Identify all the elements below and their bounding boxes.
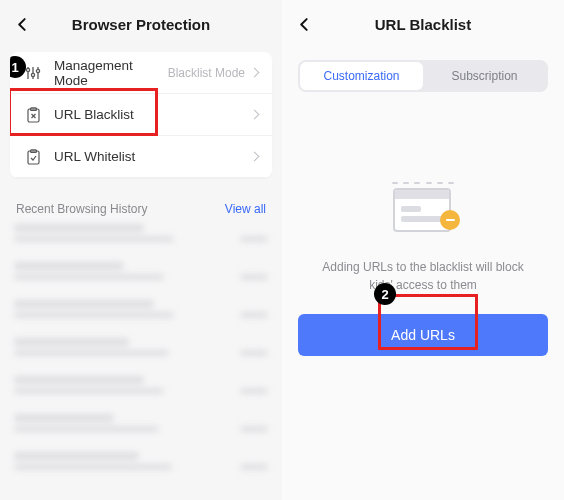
browser-protection-screen: Browser Protection 1 Management Mode Bla… [0, 0, 282, 500]
url-whitelist-label: URL Whitelist [54, 149, 251, 164]
callout-badge-2: 2 [374, 283, 396, 305]
page-title: Browser Protection [72, 16, 210, 33]
url-blacklist-label: URL Blacklist [54, 107, 251, 122]
history-title: Recent Browsing History [16, 202, 147, 216]
page-title: URL Blacklist [375, 16, 471, 33]
back-button[interactable] [12, 14, 32, 34]
chevron-right-icon [250, 68, 260, 78]
chevron-left-icon [298, 18, 311, 31]
add-urls-button[interactable]: Add URLs [298, 314, 548, 356]
tab-bar: Customization Subscription [298, 60, 548, 92]
history-list-blurred [0, 224, 282, 480]
tab-customization[interactable]: Customization [300, 62, 423, 90]
url-whitelist-row[interactable]: URL Whitelist [10, 136, 272, 178]
empty-state-text: Adding URLs to the blacklist will block … [306, 258, 540, 294]
empty-state: Adding URLs to the blacklist will block … [282, 182, 564, 294]
management-mode-value: Blacklist Mode [168, 66, 245, 80]
sliders-icon [24, 64, 42, 82]
url-blacklist-row[interactable]: URL Blacklist [10, 94, 272, 136]
browser-block-illustration [390, 182, 456, 234]
back-button[interactable] [294, 14, 314, 34]
clipboard-check-icon [24, 148, 42, 166]
management-mode-row[interactable]: Management Mode Blacklist Mode [10, 52, 272, 94]
clipboard-x-icon [24, 106, 42, 124]
chevron-left-icon [16, 18, 29, 31]
chevron-right-icon [250, 110, 260, 120]
svg-point-1 [26, 68, 29, 71]
tab-subscription[interactable]: Subscription [423, 62, 546, 90]
header: Browser Protection [0, 0, 282, 48]
view-all-link[interactable]: View all [225, 202, 266, 216]
history-section-header: Recent Browsing History View all [0, 188, 282, 224]
chevron-right-icon [250, 152, 260, 162]
url-blacklist-screen: URL Blacklist Customization Subscription… [282, 0, 564, 500]
settings-card: 1 Management Mode Blacklist Mode [10, 52, 272, 178]
management-mode-label: Management Mode [54, 58, 168, 88]
svg-point-3 [31, 73, 34, 76]
header: URL Blacklist [282, 0, 564, 48]
minus-badge-icon [440, 210, 460, 230]
svg-point-5 [36, 69, 39, 72]
